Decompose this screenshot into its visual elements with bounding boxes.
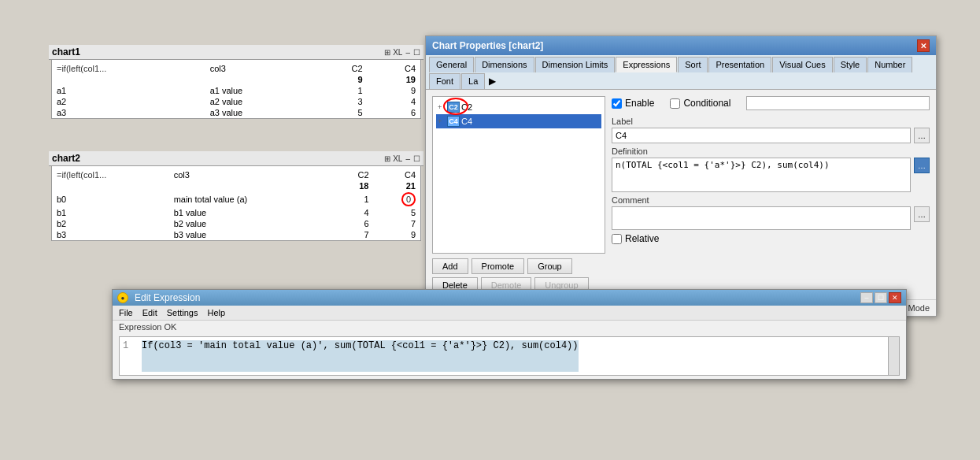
code-scrollbar[interactable] [888,337,899,375]
relative-checkbox[interactable] [612,234,622,244]
chart1-c2-header: C2 [314,63,367,74]
edit-expr-max-btn[interactable]: ☐ [875,292,887,303]
chart1-c4-total: 19 [368,74,420,85]
tab-expressions[interactable]: Expressions [616,57,677,72]
table-row: a3 a3 value 5 6 [52,107,420,118]
chart1-xl-btn[interactable]: ⊞ XL [384,48,402,57]
edit-expression-status: Expression OK [113,321,906,333]
table-row: a2 a2 value 3 4 [52,96,420,107]
menu-file[interactable]: File [119,308,133,317]
chart2-row0-dim: b0 [52,191,169,207]
conditional-input[interactable] [746,96,930,110]
comment-textarea[interactable] [612,206,911,230]
menu-help[interactable]: Help [207,308,225,317]
dialog-content: + C2 C2 + C4 C4 [426,90,936,299]
dialog-tabs: General Dimensions Dimension Limits Expr… [426,55,936,90]
edit-expr-min-btn[interactable]: – [860,292,873,303]
chart2-row2-dim: b2 [52,218,169,229]
edit-expr-close-btn[interactable]: ✕ [889,292,901,303]
expr-c2-icon: C2 [447,102,460,113]
chart1-col3-total [205,74,315,85]
label-input[interactable] [612,128,911,143]
label-ellipsis-btn[interactable]: … [914,128,930,143]
comment-ellipsis-btn[interactable]: … [914,206,930,222]
edit-expression-dialog: ● Edit Expression – ☐ ✕ File Edit Settin… [112,289,907,380]
chart1-row2-dim: a2 [52,96,205,107]
tab-general[interactable]: General [429,57,474,72]
tab-style[interactable]: Style [834,57,867,72]
chart2-table: =if(left(col1... col3 C2 C4 18 21 b0 mai… [52,169,420,240]
chart2-row3-dim: b3 [52,229,169,240]
expr-item-c2[interactable]: + C2 C2 [436,100,601,114]
chart2-c4-total: 21 [374,180,421,191]
chart1-min-btn[interactable]: – [405,48,410,57]
tab-presentation[interactable]: Presentation [708,57,771,72]
expression-properties: Enable Conditional Label … [612,96,930,293]
chart1-row2-c4: 4 [368,96,420,107]
chart2-min-btn[interactable]: – [405,154,410,163]
chart2-row1-c2: 4 [333,207,373,218]
enable-checkbox[interactable] [612,98,622,109]
tab-more-btn[interactable]: ▶ [486,73,499,89]
chart1-formula-cell: =if(left(col1... [52,63,205,74]
tab-sort[interactable]: Sort [678,57,708,72]
menu-settings[interactable]: Settings [167,308,198,317]
label-section-title: Label [612,117,930,126]
edit-expression-code-area[interactable]: 1 If(col3 = 'main total value (a)', sum(… [119,336,900,376]
chart-properties-titlebar: Chart Properties [chart2] ✕ [426,36,936,55]
chart1-row1-c2: 1 [314,85,367,96]
tab-number[interactable]: Number [867,57,912,72]
chart2-panel: chart2 ⊞ XL – ☐ =if(left(col1... col3 C2… [51,154,421,241]
table-row: b3 b3 value 7 9 [52,229,420,240]
group-button[interactable]: Group [527,258,572,274]
tab-la[interactable]: La [461,73,485,89]
chart2-title: chart2 [52,153,80,164]
chart2-row0-c2: 1 [333,191,373,207]
tab-font[interactable]: Font [429,73,460,89]
promote-button[interactable]: Promote [472,258,525,274]
edit-expression-icon: ● [117,292,128,303]
chart2-max-btn[interactable]: ☐ [413,154,420,163]
definition-textarea[interactable]: n(TOTAL {<col1 = {'a*'}>} C2), sum(col4)… [612,158,911,192]
chart2-controls: ⊞ XL – ☐ [384,154,420,163]
chart1-controls: ⊞ XL – ☐ [384,48,420,57]
chart2-header: chart2 ⊞ XL – ☐ [49,151,423,166]
add-button[interactable]: Add [432,258,468,274]
conditional-row: Conditional [670,98,730,109]
expr-c4-icon: C4 [447,116,460,127]
table-row: b0 main total value (a) 1 0 [52,191,420,207]
line-number: 1 [123,340,135,372]
menu-edit[interactable]: Edit [142,308,157,317]
chart1-row3-c2: 5 [314,107,367,118]
chart2-dim-total [52,180,169,191]
tab-dimensions[interactable]: Dimensions [475,57,534,72]
chart2-xl-btn[interactable]: ⊞ XL [384,154,402,163]
desktop: chart1 ⊞ XL – ☐ =if(left(col1... col3 C2… [0,0,980,460]
chart1-row2-col3: a2 value [205,96,315,107]
conditional-checkbox[interactable] [670,98,680,109]
expand-c4-icon[interactable]: + [438,117,446,125]
table-row: b1 b1 value 4 5 [52,207,420,218]
expr-c2-label: C2 [461,102,472,112]
comment-section-title: Comment [612,195,930,205]
definition-section-title: Definition [612,147,930,156]
expr-item-c4[interactable]: + C4 C4 [436,114,601,128]
chart2-row3-col3: b3 value [169,229,333,240]
relative-row: Relative [612,233,930,244]
chart-properties-title: Chart Properties [chart2] [432,40,543,51]
chart-properties-close-btn[interactable]: ✕ [917,39,930,52]
chart2-row0-col3: main total value (a) [169,191,333,207]
chart1-table: =if(left(col1... col3 C2 C4 9 19 a1 a1 v… [52,63,420,118]
tab-dimension-limits[interactable]: Dimension Limits [535,57,616,72]
tab-visual-cues[interactable]: Visual Cues [772,57,833,72]
chart1-max-btn[interactable]: ☐ [413,48,420,57]
chart2-row3-c2: 7 [333,229,373,240]
chart2-row1-col3: b1 value [169,207,333,218]
definition-ellipsis-btn[interactable]: … [914,158,930,173]
chart1-title: chart1 [52,46,80,58]
chart2-row2-c2: 6 [333,218,373,229]
edit-expression-titlebar: ● Edit Expression – ☐ ✕ [113,290,906,306]
chart1-row3-dim: a3 [52,107,205,118]
chart1-row3-c4: 6 [368,107,420,118]
expand-c2-icon[interactable]: + [438,103,446,111]
